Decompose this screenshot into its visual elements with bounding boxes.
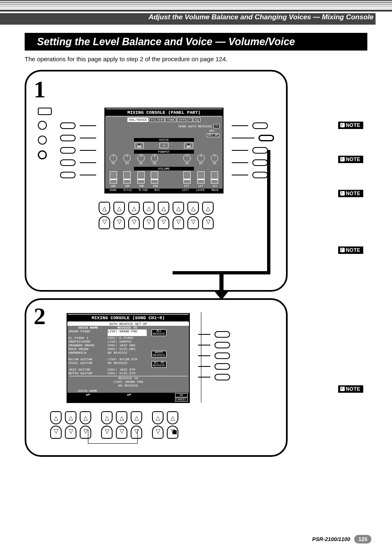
p2-up-6[interactable]: △ xyxy=(131,411,142,424)
leader-line xyxy=(80,175,96,175)
setup-button[interactable]: SET UP xyxy=(207,134,219,137)
revoice-row: EL.PIANO 1COOL! E.PIANO xyxy=(67,336,189,340)
up-button-4[interactable]: △ xyxy=(143,202,154,215)
leader-line xyxy=(201,312,201,403)
side-button-g2[interactable] xyxy=(214,342,230,348)
ok-button[interactable]: OK xyxy=(175,393,188,397)
voice-name-cell: HARPSICHORD xyxy=(69,340,108,343)
lcd1-title: MIXING CONSOLE (PANEL PART) xyxy=(105,109,223,116)
connector-horizontal xyxy=(173,271,270,274)
up-button-3[interactable]: △ xyxy=(128,202,140,215)
volume-fader[interactable] xyxy=(123,171,131,184)
p2-up-7[interactable]: △ xyxy=(152,411,164,424)
revoice-to-cell: COOL! ELEC.GTR xyxy=(108,371,147,375)
panpot-knob[interactable] xyxy=(137,154,145,162)
revoice-to-cell: LIVE! GRAND PNO xyxy=(108,329,147,336)
voice-name-cell: GRAND PIANO xyxy=(69,329,108,336)
down-button-4[interactable]: △ xyxy=(143,216,154,229)
page-footer: PSR-2100/1100 125 xyxy=(312,535,371,543)
side-button-c[interactable] xyxy=(60,147,76,154)
side-button-f2[interactable] xyxy=(214,331,230,338)
round-button-icon[interactable] xyxy=(38,121,47,130)
revoice-to-cell: LIVE! HARPCH xyxy=(108,340,147,343)
leader-line xyxy=(198,377,210,378)
header-strip: Adjust the Volume Balance and Changing V… xyxy=(0,12,392,25)
piano-icon: 🎹 xyxy=(135,143,144,148)
p2-down-6[interactable]: △ xyxy=(131,426,142,439)
nav-arrows-2[interactable]: ▲▼ xyxy=(108,393,150,402)
lcd2-title: MIXING CONSOLE (SONG CH1~8) xyxy=(67,315,189,321)
p2-down-5[interactable]: △ xyxy=(116,426,127,439)
voice-name-cell: JAZZ GUITAR xyxy=(69,368,108,371)
up-button-1[interactable]: △ xyxy=(99,202,110,215)
p2-down-7[interactable]: △ xyxy=(152,426,164,439)
voice-name-cell: MUTED GUITAR xyxy=(69,371,108,375)
voice-name-cell: HARMONICA xyxy=(69,351,108,357)
panpot-knob[interactable] xyxy=(110,154,117,162)
revoice-to-cell: COOL! ELEC.ORG xyxy=(108,347,147,351)
down-button-2[interactable]: △ xyxy=(113,216,125,229)
up-button-2[interactable]: △ xyxy=(113,202,125,215)
nav-arrows-1[interactable]: ▲▼ xyxy=(67,393,108,402)
lcd-auto-revoice-setup: MIXING CONSOLE (SONG CH1~8) AUTO REVOICE… xyxy=(67,313,190,403)
down-button-1[interactable]: △ xyxy=(99,216,110,229)
keyboard-icon: ⌨ xyxy=(159,143,168,148)
p2-up-3[interactable]: △ xyxy=(80,411,91,424)
leader-line xyxy=(137,429,138,444)
p2-down-3[interactable]: △ xyxy=(80,426,91,439)
round-button-icon[interactable] xyxy=(38,136,47,145)
up-button-5[interactable]: △ xyxy=(158,202,169,215)
p2-up-2[interactable]: △ xyxy=(65,411,76,424)
autorevoice-on[interactable]: ON xyxy=(214,124,219,128)
side-button-d[interactable] xyxy=(60,159,76,166)
volume-fader[interactable] xyxy=(137,171,145,184)
side-button-h2[interactable] xyxy=(214,352,230,359)
down-button-3[interactable]: △ xyxy=(128,216,140,229)
panpot-knob[interactable] xyxy=(123,154,131,162)
side-button-g[interactable] xyxy=(258,135,274,141)
tab-volvoice[interactable]: VOL/VOICE xyxy=(127,117,148,122)
panpot-knob[interactable] xyxy=(151,154,158,162)
lcd1-tabs: VOL/VOICE FILTER TUNE EFFECT EQ xyxy=(105,117,223,123)
tab-eq[interactable]: EQ xyxy=(193,117,201,122)
side-button-a[interactable] xyxy=(60,122,76,129)
revoice-side-button[interactable]: BASIC REVOICE xyxy=(152,351,166,357)
p2-down-2[interactable]: △ xyxy=(65,426,76,439)
p2-down-4[interactable]: △ xyxy=(101,426,113,439)
side-button-e[interactable] xyxy=(60,172,76,178)
volume-fader[interactable] xyxy=(110,171,117,184)
step-number-1: 1 xyxy=(34,76,46,103)
revoice-row: GRAND PIANOLIVE! GRAND PNOALL REVOICE xyxy=(67,329,189,336)
p2-down-1[interactable]: △ xyxy=(50,426,62,439)
revoice-opt2: NO REVOICE xyxy=(69,384,187,387)
side-button-i2[interactable] xyxy=(214,363,230,370)
side-button-j2[interactable] xyxy=(214,374,230,380)
p2-up-8[interactable]: △ xyxy=(167,411,178,424)
cancel-button[interactable]: CANCEL xyxy=(175,398,188,402)
revoice-row: HARMONICANO REVOICEBASIC REVOICE xyxy=(67,351,189,357)
revoice-side-button[interactable]: ALL REVOICE xyxy=(152,329,166,336)
round-button-icon[interactable] xyxy=(38,150,47,159)
p2-up-4[interactable]: △ xyxy=(101,411,113,424)
volume-fader[interactable] xyxy=(151,171,158,184)
tab-tune[interactable]: TUNE xyxy=(165,117,176,122)
tab-filter[interactable]: FILTER xyxy=(149,117,164,122)
leader-line xyxy=(232,138,254,138)
pill-button-column-left xyxy=(60,122,96,178)
p2-up-5[interactable]: △ xyxy=(116,411,127,424)
p2-down-8[interactable]: △ xyxy=(167,426,178,439)
note-badge: NOTE xyxy=(338,246,363,254)
p2-up-1[interactable]: △ xyxy=(50,411,62,424)
revoice-to-cell: COOL! JAZZ GTR xyxy=(108,368,147,371)
small-display-icon xyxy=(38,108,52,115)
note-badge: NOTE xyxy=(338,122,363,129)
revoice-row: NYLON GUITARLIVE! NYLON GTR xyxy=(67,357,189,361)
tab-effect[interactable]: EFFECT xyxy=(177,117,192,122)
side-button-b[interactable] xyxy=(60,135,76,141)
down-button-5[interactable]: △ xyxy=(158,216,169,229)
revoice-row: STEEL GUITARNO REVOICEALL NO REVOICE xyxy=(67,361,189,368)
leader-line xyxy=(198,345,210,345)
side-button-f[interactable] xyxy=(252,122,268,129)
leader-line xyxy=(198,334,210,335)
revoice-side-button[interactable]: ALL NO REVOICE xyxy=(152,361,166,368)
